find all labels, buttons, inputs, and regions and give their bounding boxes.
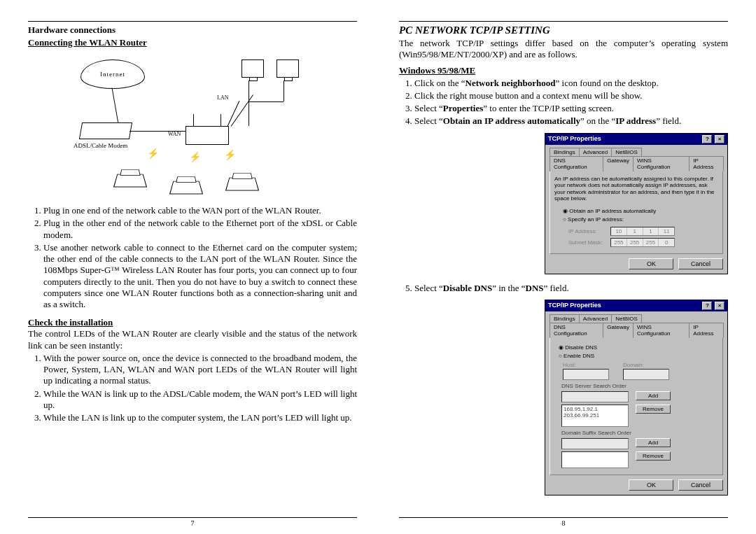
heading-connecting: Connecting the WLAN Router [28, 37, 357, 48]
intro-text: The network TCP/IP settings differ based… [399, 38, 728, 61]
laptop-icon [113, 174, 147, 188]
list-item: Select “Properties” to enter the TCP/IP … [414, 103, 728, 114]
tab-netbios[interactable]: NetBIOS [611, 148, 642, 156]
laptop-icon [169, 181, 203, 195]
tab-bar: Bindings Advanced NetBIOS DNS Configurat… [550, 314, 723, 338]
internet-cloud: Internet [80, 59, 145, 89]
tab-bar: Bindings Advanced NetBIOS DNS Configurat… [550, 148, 723, 171]
tab-dns[interactable]: DNS Configuration [550, 323, 603, 338]
page-right: PC NETWORK TCP/IP SETTING The network TC… [399, 21, 728, 527]
host-field[interactable] [563, 369, 609, 380]
domain-label: Domain: [623, 362, 669, 368]
dns-input[interactable] [561, 391, 629, 402]
connect-steps: Plug in one end of the network cable to … [28, 205, 357, 311]
dialog-title: TCP/IP Properties [548, 302, 601, 310]
list-item: Plug in the other end of the network cab… [43, 218, 357, 241]
suffix-list[interactable] [561, 451, 629, 468]
network-diagram: Internet ADSL/Cable Modem LAN WAN ⚡ ⚡ ⚡ [66, 52, 318, 199]
cancel-button[interactable]: Cancel [678, 479, 723, 491]
tab-advanced[interactable]: Advanced [579, 148, 612, 156]
radio-disable-dns[interactable]: ◉ Disable DNS [559, 344, 718, 351]
suffix-order-label: Domain Suffix Search Order [561, 430, 718, 436]
dialog-desc: An IP address can be automatically assig… [554, 176, 718, 202]
ok-button[interactable]: OK [629, 258, 673, 269]
tcpip-steps-cont: Select “Disable DNS” in the “DNS” field. [399, 283, 728, 295]
page-left: Hardware connections Connecting the WLAN… [28, 21, 357, 527]
monitor-icon [276, 59, 299, 78]
check-intro: The control LEDs of the WLAN Router are … [28, 328, 357, 351]
laptop-icon [225, 178, 259, 191]
heading-check: Check the installation [28, 317, 357, 328]
ok-button[interactable]: OK [629, 479, 673, 491]
page-number: 8 [399, 519, 728, 527]
radio-specify[interactable]: ○ Specify an IP address: [563, 216, 718, 223]
tab-ipaddress[interactable]: IP Address [689, 323, 724, 338]
check-steps: With the power source on, once the devic… [28, 353, 357, 426]
dialog-title: TCP/IP Properties [548, 135, 601, 143]
radio-enable-dns[interactable]: ○ Enable DNS [559, 353, 718, 359]
wan-label: WAN [168, 131, 181, 137]
mask-label: Subnet Mask: [568, 239, 610, 246]
dns-order-label: DNS Server Search Order [561, 383, 718, 389]
add-button[interactable]: Add [636, 391, 671, 400]
list-item: Select “Disable DNS” in the “DNS” field. [414, 283, 728, 294]
section-title: PC NETWORK TCP/IP SETTING [399, 24, 728, 36]
heading-os: Windows 95/98/ME [399, 65, 728, 76]
router-icon [186, 126, 229, 145]
suffix-input[interactable] [561, 438, 629, 449]
tcpip-dialog-dns: TCP/IP Properties ? × Bindings Advanced … [545, 300, 728, 496]
list-item: Plug in one end of the network cable to … [43, 205, 357, 216]
dns-list[interactable]: 168.95.1.92.1 203.66.99.251 [561, 405, 629, 427]
list-item: Select “Obtain an IP address automatical… [414, 115, 728, 127]
list-item: Click on the “Network neighborhood” icon… [414, 78, 728, 89]
tab-dns[interactable]: DNS Configuration [550, 156, 603, 171]
tab-netbios[interactable]: NetBIOS [611, 314, 642, 323]
tab-ipaddress[interactable]: IP Address [689, 156, 724, 171]
remove-button[interactable]: Remove [636, 405, 671, 414]
tab-gateway[interactable]: Gateway [603, 156, 634, 171]
close-icon[interactable]: × [715, 302, 724, 310]
heading-hardware: Hardware connections [28, 24, 357, 36]
cancel-button[interactable]: Cancel [678, 258, 723, 269]
list-item: While the LAN is link up to the computer… [43, 412, 357, 423]
remove-button[interactable]: Remove [636, 451, 671, 461]
list-item: Use another network cable to connect to … [43, 242, 357, 311]
host-label: Host: [563, 362, 609, 368]
help-icon[interactable]: ? [702, 135, 712, 143]
tab-bindings[interactable]: Bindings [550, 314, 580, 323]
tcpip-dialog-ip: TCP/IP Properties ? × Bindings Advanced … [545, 133, 728, 274]
tab-gateway[interactable]: Gateway [603, 323, 634, 338]
modem-icon [79, 122, 132, 139]
mask-field[interactable]: 2552552550 [610, 238, 675, 247]
ip-field[interactable]: 101111 [610, 227, 675, 236]
list-item: Click the right mouse button and a conte… [414, 90, 728, 101]
radio-obtain-auto[interactable]: ◉ Obtain an IP address automatically [563, 208, 718, 214]
tcpip-steps: Click on the “Network neighborhood” icon… [399, 78, 728, 129]
list-item: While the WAN is link up to the ADSL/Cab… [43, 388, 357, 412]
ip-label: IP Address: [568, 228, 610, 234]
tab-advanced[interactable]: Advanced [579, 314, 612, 323]
modem-label: ADSL/Cable Modem [74, 142, 127, 149]
lan-label: LAN [217, 94, 228, 101]
tab-wins[interactable]: WINS Configuration [633, 156, 690, 171]
close-icon[interactable]: × [715, 135, 724, 143]
help-icon[interactable]: ? [702, 302, 712, 310]
page-number: 7 [28, 519, 357, 527]
tab-wins[interactable]: WINS Configuration [633, 323, 690, 338]
monitor-icon [241, 59, 264, 78]
add-button[interactable]: Add [636, 438, 671, 447]
list-item: With the power source on, once the devic… [43, 353, 357, 387]
domain-field[interactable] [623, 369, 669, 380]
tab-bindings[interactable]: Bindings [550, 148, 580, 156]
